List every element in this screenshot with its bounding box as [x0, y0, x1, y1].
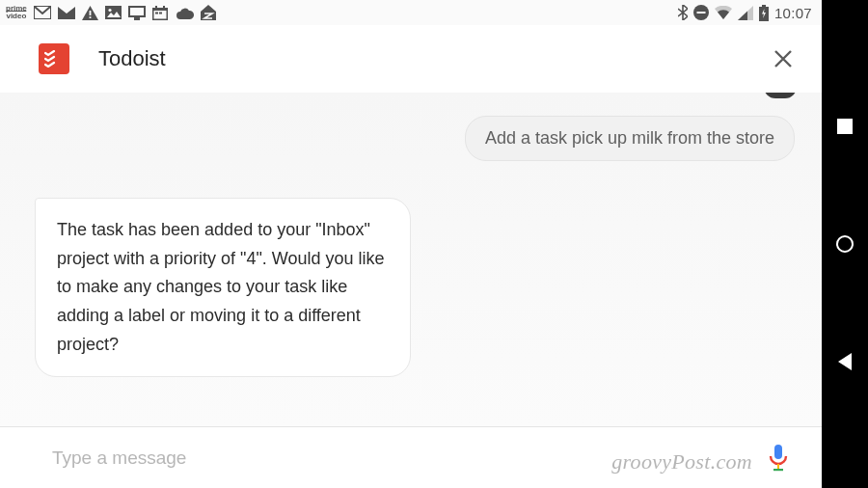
- picture-icon: [105, 6, 122, 19]
- svg-rect-1: [89, 11, 91, 15]
- svg-point-4: [108, 9, 111, 12]
- home-button[interactable]: [836, 235, 854, 253]
- outgoing-message-bubble: Add a task pick up milk from the store: [465, 116, 795, 161]
- calendar-icon: [152, 6, 168, 20]
- status-clock: 10:07: [774, 5, 812, 21]
- battery-charging-icon: [759, 5, 769, 21]
- svg-rect-16: [762, 5, 766, 7]
- bluetooth-icon: [678, 5, 688, 20]
- outgoing-message-text: Add a task pick up milk from the store: [485, 128, 774, 148]
- android-status-bar: primevideo 10:07: [0, 0, 822, 25]
- svg-rect-18: [774, 445, 782, 459]
- conversation-area: Add a task pick up milk from the store T…: [0, 93, 822, 426]
- zillow-icon: [201, 5, 216, 20]
- gmail-icon: [34, 6, 51, 19]
- warning-icon: [82, 6, 98, 20]
- app-header: Todoist: [0, 25, 822, 93]
- avatar: [764, 93, 797, 98]
- svg-rect-19: [777, 464, 779, 469]
- incoming-message-bubble: The task has been added to your "Inbox" …: [35, 198, 411, 377]
- circle-icon: [836, 235, 854, 253]
- triangle-icon: [838, 353, 852, 370]
- cloud-icon: [175, 7, 194, 19]
- svg-rect-10: [155, 6, 157, 10]
- svg-rect-12: [155, 12, 158, 14]
- mail-icon: [58, 7, 75, 19]
- close-icon: [773, 49, 793, 68]
- back-button[interactable]: [836, 353, 854, 370]
- do-not-disturb-icon: [693, 5, 709, 20]
- svg-rect-11: [163, 6, 165, 10]
- android-nav-bar: [822, 0, 868, 488]
- incoming-message-text: The task has been added to your "Inbox" …: [57, 220, 385, 354]
- cell-signal-icon: [738, 6, 753, 20]
- svg-rect-13: [159, 12, 162, 14]
- svg-rect-9: [153, 11, 166, 19]
- svg-rect-7: [134, 17, 140, 20]
- svg-rect-6: [130, 8, 144, 15]
- svg-rect-2: [89, 16, 91, 18]
- svg-rect-15: [696, 12, 705, 14]
- display-icon: [128, 6, 146, 20]
- wifi-icon: [715, 6, 732, 19]
- app-title: Todoist: [98, 46, 166, 71]
- message-input-bar: groovyPost.com: [0, 426, 822, 488]
- mic-button[interactable]: [758, 438, 799, 478]
- close-button[interactable]: [766, 41, 800, 76]
- svg-rect-20: [773, 469, 783, 471]
- square-icon: [837, 119, 853, 134]
- todoist-logo-icon: [39, 43, 69, 74]
- prime-video-icon: primevideo: [6, 5, 27, 20]
- mic-icon: [769, 445, 788, 472]
- recents-button[interactable]: [836, 118, 854, 135]
- message-input[interactable]: [52, 447, 758, 469]
